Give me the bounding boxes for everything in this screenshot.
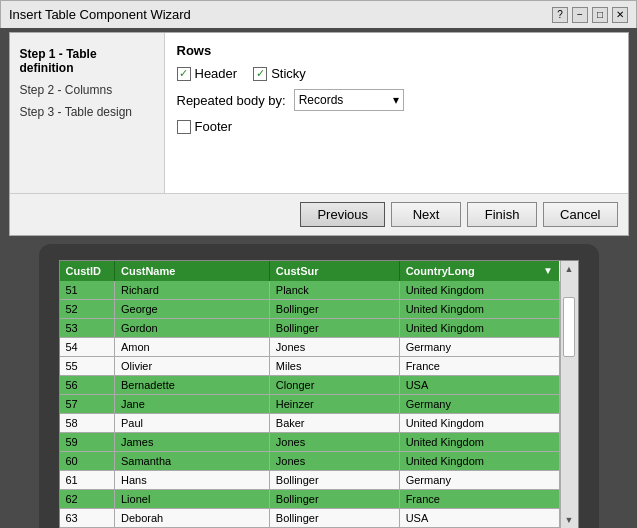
cell-custsur: Jones bbox=[269, 338, 399, 357]
cell-custname: Samantha bbox=[114, 452, 269, 471]
cell-country: France bbox=[399, 357, 559, 376]
cell-custid: 56 bbox=[60, 376, 115, 395]
footer-label: Footer bbox=[195, 119, 233, 134]
table-row: 52GeorgeBollingerUnited Kingdom bbox=[60, 300, 560, 319]
table-container: CustID CustName CustSur CountryLong ▼ 51… bbox=[59, 260, 579, 528]
repeated-body-dropdown[interactable]: Records ▾ bbox=[294, 89, 404, 111]
sticky-option[interactable]: ✓ Sticky bbox=[253, 66, 306, 81]
cell-custid: 54 bbox=[60, 338, 115, 357]
help-icon[interactable]: ? bbox=[552, 7, 568, 23]
cell-custid: 57 bbox=[60, 395, 115, 414]
sticky-label: Sticky bbox=[271, 66, 306, 81]
cell-custsur: Bollinger bbox=[269, 471, 399, 490]
cell-custid: 62 bbox=[60, 490, 115, 509]
cell-country: United Kingdom bbox=[399, 452, 559, 471]
cell-custname: Amon bbox=[114, 338, 269, 357]
scroll-up-arrow[interactable]: ▲ bbox=[561, 261, 577, 277]
cell-custname: James bbox=[114, 433, 269, 452]
footer-checkbox[interactable] bbox=[177, 120, 191, 134]
cell-country: USA bbox=[399, 376, 559, 395]
table-row: 55OlivierMilesFrance bbox=[60, 357, 560, 376]
data-table: CustID CustName CustSur CountryLong ▼ 51… bbox=[60, 261, 560, 528]
cell-country: United Kingdom bbox=[399, 319, 559, 338]
table-row: 63DeborahBollingerUSA bbox=[60, 509, 560, 528]
cell-custname: Deborah bbox=[114, 509, 269, 528]
cell-custsur: Clonger bbox=[269, 376, 399, 395]
scroll-down-arrow[interactable]: ▼ bbox=[561, 512, 577, 528]
col-header-country: CountryLong ▼ bbox=[399, 261, 559, 281]
header-option[interactable]: ✓ Header bbox=[177, 66, 238, 81]
cell-custsur: Baker bbox=[269, 414, 399, 433]
preview-area: CustID CustName CustSur CountryLong ▼ 51… bbox=[39, 244, 599, 528]
next-button[interactable]: Next bbox=[391, 202, 461, 227]
footer-row[interactable]: Footer bbox=[177, 119, 616, 134]
cell-custid: 55 bbox=[60, 357, 115, 376]
minimize-icon[interactable]: − bbox=[572, 7, 588, 23]
dialog: Step 1 - Table definition Step 2 - Colum… bbox=[9, 32, 629, 236]
cell-custsur: Bollinger bbox=[269, 319, 399, 338]
cell-custid: 51 bbox=[60, 281, 115, 300]
cell-country: United Kingdom bbox=[399, 433, 559, 452]
cell-custsur: Jones bbox=[269, 452, 399, 471]
table-scroll[interactable]: CustID CustName CustSur CountryLong ▼ 51… bbox=[60, 261, 560, 528]
scroll-thumb[interactable] bbox=[563, 297, 575, 357]
dialog-title: Insert Table Component Wizard bbox=[9, 7, 191, 22]
step-2[interactable]: Step 2 - Columns bbox=[18, 79, 156, 101]
header-checkbox[interactable]: ✓ bbox=[177, 67, 191, 81]
previous-button[interactable]: Previous bbox=[300, 202, 385, 227]
cell-custsur: Bollinger bbox=[269, 509, 399, 528]
table-row: 51RichardPlanckUnited Kingdom bbox=[60, 281, 560, 300]
cell-country: United Kingdom bbox=[399, 300, 559, 319]
cell-country: Germany bbox=[399, 471, 559, 490]
close-icon[interactable]: ✕ bbox=[612, 7, 628, 23]
cell-custname: Lionel bbox=[114, 490, 269, 509]
cell-custname: George bbox=[114, 300, 269, 319]
cell-country: USA bbox=[399, 509, 559, 528]
dropdown-arrow-icon: ▾ bbox=[393, 93, 399, 107]
cell-custid: 63 bbox=[60, 509, 115, 528]
sticky-checkbox[interactable]: ✓ bbox=[253, 67, 267, 81]
table-row: 56BernadetteClongerUSA bbox=[60, 376, 560, 395]
scrollbar[interactable]: ▲ ▼ bbox=[560, 261, 578, 528]
header-label: Header bbox=[195, 66, 238, 81]
cell-custsur: Jones bbox=[269, 433, 399, 452]
rows-title: Rows bbox=[177, 43, 616, 58]
cell-custname: Olivier bbox=[114, 357, 269, 376]
cell-custsur: Bollinger bbox=[269, 490, 399, 509]
cancel-button[interactable]: Cancel bbox=[543, 202, 617, 227]
cell-custid: 58 bbox=[60, 414, 115, 433]
repeated-body-label: Repeated body by: bbox=[177, 93, 286, 108]
cell-custname: Hans bbox=[114, 471, 269, 490]
table-row: 54AmonJonesGermany bbox=[60, 338, 560, 357]
filter-icon[interactable]: ▼ bbox=[543, 265, 553, 276]
content-panel: Rows ✓ Header ✓ Sticky Repeated body by:… bbox=[165, 33, 628, 193]
cell-custsur: Bollinger bbox=[269, 300, 399, 319]
step-1[interactable]: Step 1 - Table definition bbox=[18, 43, 156, 79]
table-row: 58PaulBakerUnited Kingdom bbox=[60, 414, 560, 433]
title-bar: Insert Table Component Wizard ? − □ ✕ bbox=[0, 0, 637, 28]
table-row: 57JaneHeinzerGermany bbox=[60, 395, 560, 414]
cell-country: Germany bbox=[399, 338, 559, 357]
table-row: 60SamanthaJonesUnited Kingdom bbox=[60, 452, 560, 471]
dialog-body: Step 1 - Table definition Step 2 - Colum… bbox=[10, 33, 628, 193]
maximize-icon[interactable]: □ bbox=[592, 7, 608, 23]
cell-custid: 52 bbox=[60, 300, 115, 319]
step-3[interactable]: Step 3 - Table design bbox=[18, 101, 156, 123]
cell-custid: 60 bbox=[60, 452, 115, 471]
table-row: 53GordonBollingerUnited Kingdom bbox=[60, 319, 560, 338]
button-bar: Previous Next Finish Cancel bbox=[10, 193, 628, 235]
cell-custname: Richard bbox=[114, 281, 269, 300]
cell-country: France bbox=[399, 490, 559, 509]
cell-custid: 53 bbox=[60, 319, 115, 338]
cell-country: United Kingdom bbox=[399, 414, 559, 433]
finish-button[interactable]: Finish bbox=[467, 202, 537, 227]
col-header-custid: CustID bbox=[60, 261, 115, 281]
cell-custname: Jane bbox=[114, 395, 269, 414]
cell-custid: 61 bbox=[60, 471, 115, 490]
repeated-body-row: Repeated body by: Records ▾ bbox=[177, 89, 616, 111]
cell-custid: 59 bbox=[60, 433, 115, 452]
col-header-custname: CustName bbox=[114, 261, 269, 281]
table-row: 61HansBollingerGermany bbox=[60, 471, 560, 490]
cell-country: Germany bbox=[399, 395, 559, 414]
col-header-custsur: CustSur bbox=[269, 261, 399, 281]
